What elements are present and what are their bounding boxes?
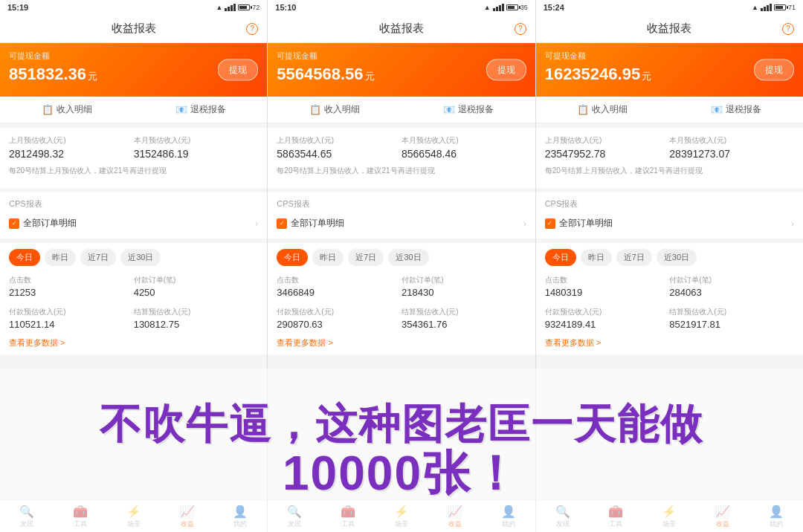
orange-banner: 可提现金额16235246.95元提现 (536, 43, 803, 97)
wifi-icon: ▲ (752, 4, 758, 11)
period-tab-0[interactable]: 今日 (545, 249, 576, 266)
metric-value-1: 284063 (669, 287, 794, 298)
period-tab-row: 今日昨日近7日近30日 (9, 249, 258, 266)
metric-label-2: 付款预估收入(元) (545, 307, 670, 317)
metric-item-1: 付款订单(笔)284063 (669, 273, 794, 299)
all-orders-left: ✓全部订单明细 (545, 217, 613, 230)
nav-tab-0[interactable]: 📋收入明细 (268, 97, 402, 123)
period-tab-3[interactable]: 近30日 (657, 249, 697, 266)
header: 收益报表? (0, 15, 267, 43)
help-button[interactable]: ? (782, 23, 794, 35)
all-orders-row[interactable]: ✓全部订单明细› (9, 214, 258, 233)
metric-value-0: 1480319 (545, 287, 670, 298)
period-tab-0[interactable]: 今日 (277, 249, 308, 266)
all-orders-label: 全部订单明细 (559, 217, 613, 230)
period-tab-2[interactable]: 近7日 (348, 249, 384, 266)
this-month-block: 本月预估收入(元)28391273.07 (669, 135, 794, 160)
metric-item-3: 结算预估收入(元)354361.76 (402, 305, 526, 331)
withdraw-button[interactable]: 提现 (754, 59, 794, 81)
estimate-note: 每20号结算上月预估收入，建议21号再进行提现 (277, 166, 526, 176)
period-tab-2[interactable]: 近7日 (616, 249, 652, 266)
chevron-right-icon: › (523, 218, 526, 229)
orders-icon: ✓ (545, 218, 555, 229)
estimate-note: 每20号结算上月预估收入，建议21号再进行提现 (9, 166, 258, 176)
this-month-label: 本月预估收入(元) (402, 135, 526, 146)
last-month-block: 上月预估收入(元)23547952.78 (545, 135, 670, 160)
signal-bars-icon (493, 4, 504, 11)
last-month-label: 上月预估收入(元) (9, 135, 134, 146)
cps-section: CPS报表✓全部订单明细› (0, 192, 267, 239)
wifi-icon: ▲ (216, 4, 222, 11)
metric-label-0: 点击数 (277, 275, 402, 285)
stats-section: 上月预估收入(元)23547952.78本月预估收入(元)28391273.07… (536, 128, 803, 188)
period-tab-1[interactable]: 昨日 (581, 249, 612, 266)
period-tab-1[interactable]: 昨日 (45, 249, 76, 266)
period-tab-1[interactable]: 昨日 (312, 249, 344, 266)
nav-tab-1[interactable]: 📧退税报备 (402, 97, 535, 123)
last-month-value: 23547952.78 (545, 148, 670, 160)
this-month-label: 本月预估收入(元) (134, 135, 259, 146)
last-month-block: 上月预估收入(元)2812498.32 (9, 135, 134, 160)
wifi-icon: ▲ (484, 4, 491, 11)
period-tab-row: 今日昨日近7日近30日 (545, 249, 794, 266)
metric-value-0: 21253 (9, 287, 134, 298)
see-more-link[interactable]: 查看更多数据 > (9, 337, 258, 348)
metric-label-1: 付款订单(笔) (402, 275, 526, 285)
nav-tab-1[interactable]: 📧退税报备 (669, 97, 803, 123)
metric-item-2: 付款预估收入(元)9324189.41 (545, 305, 670, 331)
see-more-link[interactable]: 查看更多数据 > (277, 337, 526, 348)
income-detail-icon: 📋 (42, 104, 54, 115)
metric-label-2: 付款预估收入(元) (277, 307, 402, 317)
metric-value-2: 9324189.41 (545, 319, 670, 330)
metric-item-0: 点击数1480319 (545, 273, 670, 299)
banner-amount: 851832.36 (9, 65, 86, 84)
metric-label-3: 结算预估收入(元) (669, 307, 794, 317)
metric-item-3: 结算预估收入(元)8521917.81 (669, 305, 794, 331)
metric-value-2: 110521.14 (9, 319, 134, 330)
this-month-value: 28391273.07 (669, 148, 794, 160)
cps-label: CPS报表 (545, 198, 794, 210)
banner-label: 可提现金额 (9, 51, 258, 62)
last-month-value: 2812498.32 (9, 148, 134, 160)
metric-value-3: 130812.75 (134, 319, 259, 330)
stats-row: 上月预估收入(元)5863544.65本月预估收入(元)8566548.46 (277, 135, 526, 160)
cps-section: CPS报表✓全部订单明细› (536, 192, 803, 239)
status-time: 15:10 (275, 3, 296, 12)
period-tab-3[interactable]: 近30日 (120, 249, 161, 266)
all-orders-row[interactable]: ✓全部订单明细› (545, 214, 794, 233)
nav-tab-0[interactable]: 📋收入明细 (0, 97, 134, 123)
stats-row: 上月预估收入(元)2812498.32本月预估收入(元)3152486.19 (9, 135, 258, 160)
period-tab-2[interactable]: 近7日 (80, 249, 116, 266)
last-month-block: 上月预估收入(元)5863544.65 (277, 135, 402, 160)
cps-section: CPS报表✓全部订单明细› (268, 192, 535, 239)
withdraw-button[interactable]: 提现 (218, 59, 258, 81)
metric-item-0: 点击数21253 (9, 273, 134, 299)
status-icons: ▲71 (752, 4, 796, 11)
see-more-link[interactable]: 查看更多数据 > (545, 337, 794, 348)
chevron-right-icon: › (255, 218, 258, 229)
last-month-label: 上月预估收入(元) (277, 135, 402, 146)
battery-icon (238, 4, 250, 10)
orange-banner: 可提现金额5564568.56元提现 (268, 43, 535, 97)
banner-unit: 元 (365, 70, 375, 83)
overlay-text: 不吹牛逼，这种图老匡一天能做 10000张！ (0, 369, 803, 532)
nav-tab-label-0: 收入明细 (57, 103, 92, 116)
status-time: 15:19 (7, 3, 28, 12)
income-detail-icon: 📋 (577, 104, 589, 115)
withdraw-button[interactable]: 提现 (486, 59, 526, 81)
header-title: 收益报表 (379, 22, 424, 36)
help-button[interactable]: ? (515, 23, 526, 35)
nav-tab-0[interactable]: 📋收入明细 (536, 97, 670, 123)
metric-item-0: 点击数3466849 (277, 273, 402, 299)
nav-tab-label-1: 退税报备 (726, 103, 761, 116)
nav-tab-1[interactable]: 📧退税报备 (134, 97, 268, 123)
nav-tabs: 📋收入明细📧退税报备 (536, 97, 803, 123)
metric-value-3: 354361.76 (402, 319, 526, 330)
period-tab-0[interactable]: 今日 (9, 249, 40, 266)
period-tab-3[interactable]: 近30日 (388, 249, 428, 266)
help-button[interactable]: ? (246, 23, 258, 35)
all-orders-row[interactable]: ✓全部订单明细› (277, 214, 526, 233)
metric-item-2: 付款预估收入(元)110521.14 (9, 305, 134, 331)
nav-tab-label-0: 收入明细 (592, 103, 628, 116)
stats-section: 上月预估收入(元)2812498.32本月预估收入(元)3152486.19每2… (0, 128, 267, 188)
